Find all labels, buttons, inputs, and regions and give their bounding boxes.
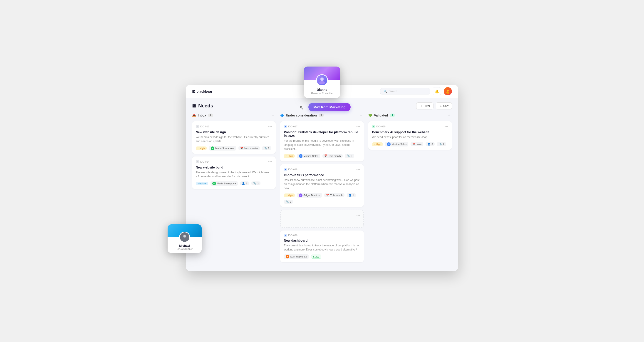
card-idd025-id: ✦ IDD-025 xyxy=(372,125,386,128)
uc-count: 3 xyxy=(318,114,324,117)
ghost-menu[interactable]: ••• xyxy=(356,213,360,217)
card-idd026-meta: ◈ IDD-026 xyxy=(284,234,360,237)
card-idd014-menu[interactable]: ••• xyxy=(268,160,272,164)
header-right: 🔍 Search 🔔 xyxy=(380,87,452,96)
svg-point-6 xyxy=(447,90,449,92)
idd025-avatar: M xyxy=(387,142,390,146)
idd018-people: 👤 1 xyxy=(347,193,356,197)
card-idd026-title: New dashboard xyxy=(284,239,360,242)
card-idd018-menu[interactable]: ••• xyxy=(356,167,360,172)
uc-icon: 🔷 xyxy=(280,114,284,117)
svg-point-4 xyxy=(182,238,187,241)
michael-avatar xyxy=(179,232,190,242)
card-idd025-desc: We need new support for on the website a… xyxy=(372,135,448,139)
idd014-count: 📎 2 xyxy=(252,182,260,185)
uc-add-button[interactable]: + xyxy=(358,113,364,118)
idd017-date: 📅 This month xyxy=(322,154,342,158)
svg-point-2 xyxy=(321,78,323,80)
profile-card-michael: Michael UI/UX Designer xyxy=(168,224,202,253)
michael-name: Michael xyxy=(168,244,202,247)
card-idd014[interactable]: ⊡ IDD-014 ••• New website build The webs… xyxy=(192,156,276,189)
idd018-date: 📅 This month xyxy=(324,193,344,197)
idd018-clip-icon: 📎 xyxy=(286,200,289,203)
card-idd017-meta: ◈ IDD-017 ••• xyxy=(284,124,360,128)
logo: ⊠ blackbear xyxy=(192,89,212,94)
max-pill: Max from Marketing xyxy=(308,103,350,111)
dianne-name: Dianne xyxy=(304,88,340,92)
card-idd017-desc: For the rebuild of the need a fs develop… xyxy=(284,139,360,151)
idd026-person: S Stan Wawrinka xyxy=(284,254,309,259)
idd026-icon: ◈ xyxy=(284,234,287,237)
idd025-people: 👤 3 xyxy=(426,142,435,146)
user-avatar[interactable] xyxy=(444,87,452,96)
idd018-arrow: ↑ xyxy=(286,194,287,197)
card-idd013-id: ⊡ IDD-013 xyxy=(196,125,209,128)
idd025-people-icon: 👤 xyxy=(427,142,430,146)
scene: Dianne Financial Controller ↖ Max from M… xyxy=(186,71,458,271)
idd014-clip-icon: 📎 xyxy=(253,182,256,185)
card-idd014-desc: The website designs need to be implement… xyxy=(196,170,272,178)
idd017-clip-icon: 📎 xyxy=(347,154,350,157)
uc-title: Under consideration xyxy=(286,114,317,117)
idd018-cal-icon: 📅 xyxy=(326,194,329,197)
card-idd013-menu[interactable]: ••• xyxy=(268,124,272,128)
idd013-priority: ↑ High xyxy=(196,146,207,150)
inbox-count: 2 xyxy=(208,114,213,117)
inbox-add-button[interactable]: + xyxy=(270,113,276,118)
idd026-tag: Sales xyxy=(311,254,322,259)
idd018-icon: ◈ xyxy=(284,168,287,171)
idd025-count: 📎 2 xyxy=(437,142,446,146)
idd013-count: 📎 2 xyxy=(262,146,271,150)
card-idd017[interactable]: ◈ IDD-017 ••• Position: Fullstack develo… xyxy=(280,121,364,162)
app-window: ⊠ blackbear 🔍 Search 🔔 ⊠ xyxy=(186,85,458,271)
card-idd026[interactable]: ◈ IDD-026 New dashboard The current dash… xyxy=(280,230,364,262)
idd013-priority-arrow: ↑ xyxy=(198,147,199,150)
idd025-clip-icon: 📎 xyxy=(439,142,442,146)
filter-icon: ⊟ xyxy=(420,104,422,108)
idd017-count: 📎 2 xyxy=(345,154,354,158)
idd013-person: M Maria Sharapova xyxy=(209,146,236,150)
idd025-icon: ✦ xyxy=(372,125,375,128)
idd014-people-icon: 👤 xyxy=(242,182,245,185)
card-idd018[interactable]: ◈ IDD-018 ••• Improve SEO performance Re… xyxy=(280,164,364,207)
card-idd017-menu[interactable]: ••• xyxy=(356,124,360,128)
sort-button[interactable]: ⇅ Sort xyxy=(436,102,452,110)
svg-point-7 xyxy=(446,92,450,94)
card-idd017-footer: ↑ High M Monica Seles 📅 This month 📎 xyxy=(284,154,360,158)
card-idd026-footer: S Stan Wawrinka Sales xyxy=(284,254,360,259)
card-idd018-desc: Results show our website is not performi… xyxy=(284,178,360,190)
idd017-icon: ◈ xyxy=(284,125,287,128)
validated-add-button[interactable]: + xyxy=(446,113,452,118)
idd018-people-icon: 👤 xyxy=(348,194,352,197)
page-title-text: Needs xyxy=(198,103,213,109)
card-idd013-desc: We need a new design for the website. It… xyxy=(196,135,272,143)
idd014-icon: ⊡ xyxy=(196,160,199,163)
search-input[interactable]: 🔍 Search xyxy=(380,88,430,94)
card-idd025-meta: ✦ IDD-025 ••• xyxy=(372,124,448,128)
idd017-avatar: M xyxy=(299,154,302,158)
search-placeholder: Search xyxy=(389,90,398,93)
card-idd013-title: New website design xyxy=(196,130,272,134)
validated-title: Validated xyxy=(374,114,388,117)
card-idd026-id: ◈ IDD-026 xyxy=(284,234,298,237)
toolbar-actions: ⊟ Filter ⇅ Sort xyxy=(416,102,452,110)
card-idd013[interactable]: ⊡ IDD-013 ••• New website design We need… xyxy=(192,121,276,154)
card-idd025-menu[interactable]: ••• xyxy=(444,124,448,128)
logo-icon: ⊠ xyxy=(192,89,195,94)
page-title-icon: ⊠ xyxy=(192,103,196,108)
page-title: ⊠ Needs xyxy=(192,103,213,109)
sort-label: Sort xyxy=(443,104,448,108)
idd025-priority: ↑ High xyxy=(372,142,383,146)
search-icon: 🔍 xyxy=(384,90,387,93)
idd026-avatar: S xyxy=(286,255,289,258)
idd018-person: G Grigor Dimitrov xyxy=(297,193,322,198)
sort-icon: ⇅ xyxy=(439,104,442,108)
card-idd025[interactable]: ✦ IDD-025 ••• Benchmark AI support for t… xyxy=(368,121,452,150)
idd013-icon: ⊡ xyxy=(196,125,199,128)
filter-button[interactable]: ⊟ Filter xyxy=(416,102,434,110)
idd014-priority: Medium xyxy=(196,182,208,185)
idd025-person: M Monica Seles xyxy=(385,142,408,146)
inbox-icon: 📤 xyxy=(192,114,196,117)
notification-button[interactable]: 🔔 xyxy=(433,87,441,96)
card-idd013-footer: ↑ High M Maria Sharapova 📅 Next quarter xyxy=(196,146,272,150)
